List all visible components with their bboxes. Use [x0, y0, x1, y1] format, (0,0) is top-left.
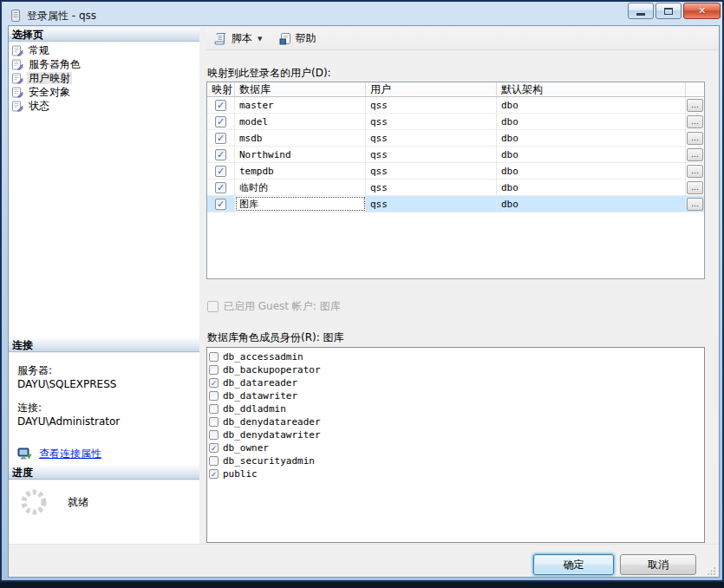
- column-header-user[interactable]: 用户: [366, 82, 497, 96]
- role-checkbox[interactable]: ✓: [209, 443, 219, 453]
- cancel-button[interactable]: 取消: [620, 554, 696, 575]
- sidebar-page-item[interactable]: 用户映射: [9, 71, 199, 85]
- user-cell[interactable]: qss: [366, 180, 497, 195]
- toolbar: 脚本 ▼ 帮助: [206, 28, 719, 50]
- mapped-checkbox[interactable]: ✓: [215, 182, 226, 193]
- schema-cell[interactable]: dbo: [497, 196, 686, 212]
- role-checkbox[interactable]: [209, 430, 219, 440]
- page-icon: [11, 73, 23, 84]
- role-checkbox[interactable]: ✓: [209, 378, 219, 388]
- schema-cell[interactable]: dbo: [497, 147, 686, 162]
- database-cell[interactable]: tempdb: [235, 163, 366, 179]
- role-name: db_ddladmin: [223, 403, 286, 415]
- guest-account-row: 已启用 Guest 帐户: 图库: [207, 299, 341, 314]
- schema-cell[interactable]: dbo: [497, 114, 686, 129]
- help-button[interactable]: 帮助: [277, 29, 318, 48]
- mapped-checkbox[interactable]: ✓: [215, 133, 226, 144]
- role-checkbox[interactable]: [209, 365, 219, 375]
- role-list-item[interactable]: db_securityadmin: [209, 454, 704, 467]
- view-connection-properties-link[interactable]: 查看连接属性: [39, 447, 101, 461]
- database-cell[interactable]: msdb: [235, 130, 366, 146]
- role-list-item[interactable]: db_denydatareader: [209, 415, 704, 428]
- sidebar-page-label: 状态: [27, 100, 51, 112]
- connection-panel: 服务器: DAYU\SQLEXPRESS 连接: DAYU\Administra…: [9, 353, 199, 466]
- guest-enabled-checkbox: [207, 301, 219, 312]
- role-list-item[interactable]: db_backupoperator: [209, 363, 704, 376]
- role-name: db_securityadmin: [223, 455, 315, 467]
- page-icon: [11, 87, 23, 98]
- schema-cell[interactable]: dbo: [497, 97, 686, 113]
- schema-cell[interactable]: dbo: [497, 130, 686, 146]
- column-header-database[interactable]: 数据库: [235, 82, 366, 96]
- role-list-item[interactable]: db_denydatawriter: [209, 428, 704, 441]
- table-row[interactable]: ✓ 图库 qss dbo ...: [207, 196, 704, 212]
- close-button[interactable]: ✕: [683, 3, 721, 19]
- role-name: db_accessadmin: [223, 351, 303, 363]
- mapped-checkbox[interactable]: ✓: [215, 116, 226, 127]
- role-checkbox[interactable]: [209, 404, 219, 414]
- table-row[interactable]: ✓ master qss dbo ...: [207, 97, 704, 114]
- sidebar-page-item[interactable]: 安全对象: [9, 85, 199, 99]
- titlebar[interactable]: 登录属性 - qss: [10, 6, 714, 25]
- column-header-schema[interactable]: 默认架构: [497, 82, 686, 96]
- column-header-spacer: [686, 82, 704, 96]
- script-button[interactable]: 脚本 ▼: [212, 29, 264, 48]
- table-row[interactable]: ✓ Northwind qss dbo ...: [207, 147, 704, 163]
- role-checkbox[interactable]: [209, 391, 219, 401]
- column-header-mapped[interactable]: 映射: [207, 82, 235, 96]
- database-cell[interactable]: Northwind: [235, 147, 366, 162]
- table-row[interactable]: ✓ 临时的 qss dbo ...: [207, 180, 704, 196]
- role-checkbox[interactable]: [209, 417, 219, 427]
- table-row[interactable]: ✓ model qss dbo ...: [207, 114, 704, 130]
- minimize-button[interactable]: [628, 3, 654, 19]
- user-cell[interactable]: qss: [366, 114, 497, 129]
- user-cell[interactable]: qss: [366, 130, 497, 146]
- role-list-item[interactable]: db_datawriter: [209, 389, 704, 402]
- window-frame: 登录属性 - qss ✕ 选择页 常规: [0, 0, 724, 582]
- role-checkbox[interactable]: [209, 456, 219, 466]
- database-cell[interactable]: 临时的: [235, 180, 366, 195]
- maximize-button[interactable]: [656, 3, 682, 19]
- user-cell[interactable]: qss: [366, 196, 497, 212]
- maximize-icon: [664, 8, 673, 15]
- browse-schema-button[interactable]: ...: [687, 99, 703, 112]
- database-roles-listbox[interactable]: db_accessadmin db_backupoperator ✓ db_da…: [206, 347, 705, 543]
- user-cell[interactable]: qss: [366, 97, 497, 113]
- mapped-checkbox[interactable]: ✓: [215, 199, 226, 210]
- browse-schema-button[interactable]: ...: [687, 132, 703, 145]
- schema-cell[interactable]: dbo: [497, 180, 686, 195]
- sidebar-page-label: 常规: [27, 44, 51, 56]
- table-row[interactable]: ✓ msdb qss dbo ...: [207, 130, 704, 147]
- role-checkbox[interactable]: [209, 352, 219, 362]
- role-list-item[interactable]: ✓ db_owner: [209, 441, 704, 454]
- browse-schema-button[interactable]: ...: [687, 181, 703, 194]
- schema-cell[interactable]: dbo: [497, 163, 686, 179]
- role-list-item[interactable]: ✓ db_datareader: [209, 376, 704, 389]
- mapped-checkbox[interactable]: ✓: [215, 166, 226, 177]
- user-cell[interactable]: qss: [366, 147, 497, 162]
- table-row[interactable]: ✓ tempdb qss dbo ...: [207, 163, 704, 180]
- role-list-item[interactable]: db_ddladmin: [209, 402, 704, 415]
- sidebar-page-item[interactable]: 服务器角色: [9, 57, 199, 71]
- connection-header: 连接: [9, 338, 199, 352]
- database-cell[interactable]: 图库: [235, 196, 366, 212]
- ok-button[interactable]: 确定: [533, 554, 614, 575]
- browse-schema-button[interactable]: ...: [687, 198, 703, 211]
- sidebar-page-item[interactable]: 状态: [9, 99, 199, 113]
- user-cell[interactable]: qss: [366, 163, 497, 179]
- role-name: db_denydatawriter: [223, 429, 321, 441]
- browse-schema-button[interactable]: ...: [687, 165, 703, 178]
- database-cell[interactable]: model: [235, 114, 366, 129]
- resize-grip[interactable]: [708, 566, 716, 575]
- ready-spinner-icon: [19, 487, 49, 517]
- guest-enabled-label: 已启用 Guest 帐户: 图库: [224, 299, 341, 314]
- mapped-checkbox[interactable]: ✓: [215, 149, 226, 160]
- database-cell[interactable]: master: [235, 97, 366, 113]
- role-checkbox[interactable]: ✓: [209, 469, 219, 479]
- browse-schema-button[interactable]: ...: [687, 148, 703, 161]
- mapped-checkbox[interactable]: ✓: [215, 100, 226, 111]
- browse-schema-button[interactable]: ...: [687, 115, 703, 128]
- role-list-item[interactable]: ✓ public: [209, 467, 704, 480]
- role-list-item[interactable]: db_accessadmin: [209, 350, 704, 363]
- sidebar-page-item[interactable]: 常规: [9, 43, 199, 57]
